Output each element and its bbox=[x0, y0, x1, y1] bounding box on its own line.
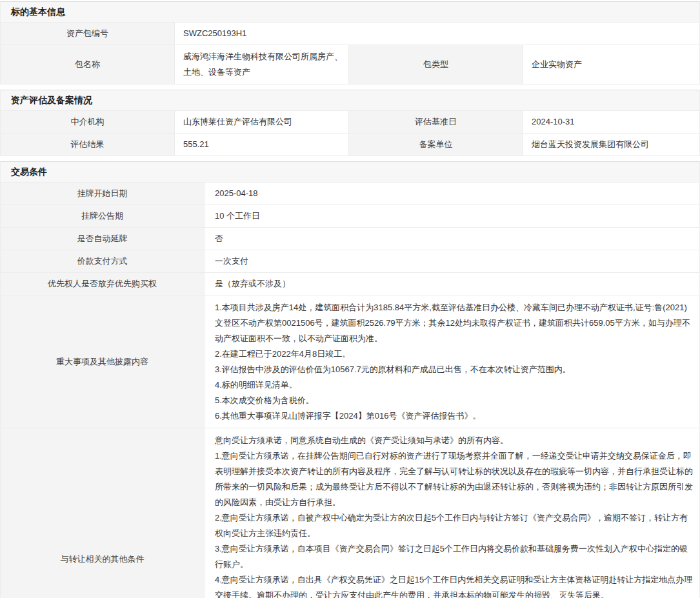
row-package-no: 资产包编号 SWZC250193H1 bbox=[1, 23, 699, 45]
section-appraisal: 资产评估及备案情况 中介机构 山东博莱仕资产评估有限公司 评估基准日 2024-… bbox=[0, 90, 700, 156]
row-payment-method: 价款支付方式 一次支付 bbox=[1, 250, 699, 273]
field-label: 评估基准日 bbox=[349, 111, 523, 133]
section-header-trade-conditions: 交易条件 bbox=[1, 162, 699, 183]
field-value: SWZC250193H1 bbox=[175, 23, 699, 45]
paragraph: 2.意向受让方须承诺，自被产权中心确定为受让方的次日起5个工作日内与转让方签订《… bbox=[215, 510, 693, 541]
field-label: 中介机构 bbox=[1, 111, 175, 133]
field-value: 2025-04-18 bbox=[205, 183, 699, 204]
field-label: 备案单位 bbox=[349, 134, 523, 155]
field-value: 555.21 bbox=[175, 134, 349, 155]
section-header-appraisal: 资产评估及备案情况 bbox=[1, 90, 699, 111]
row-other-conditions: 与转让相关的其他条件 意向受让方须承诺，同意系统自动生成的《资产受让须知与承诺》… bbox=[1, 428, 699, 598]
row-start-date: 挂牌开始日期 2025-04-18 bbox=[1, 183, 699, 205]
field-label: 挂牌公告期 bbox=[1, 205, 205, 227]
field-value: 烟台蓝天投资发展集团有限公司 bbox=[523, 134, 699, 155]
section-title: 标的基本信息 bbox=[11, 6, 65, 18]
section-basic-info: 标的基本信息 资产包编号 SWZC250193H1 包名称 威海鸿沣海洋生物科技… bbox=[0, 1, 700, 85]
field-label: 优先权人是否放弃优先购买权 bbox=[1, 273, 205, 295]
field-label: 重大事项及其他披露内容 bbox=[1, 295, 205, 428]
row-agency-basedate: 中介机构 山东博莱仕资产评估有限公司 评估基准日 2024-10-31 bbox=[1, 111, 699, 134]
paragraph: 4.标的明细详见清单。 bbox=[215, 377, 693, 393]
other-conditions-content: 意向受让方须承诺，同意系统自动生成的《资产受让须知与承诺》的所有内容。1.意向受… bbox=[205, 428, 699, 598]
asset-listing-page: 标的基本信息 资产包编号 SWZC250193H1 包名称 威海鸿沣海洋生物科技… bbox=[0, 0, 700, 598]
paragraph: 1.本项目共涉及房产14处，建筑面积合计为3185.84平方米,截至评估基准日办… bbox=[215, 300, 693, 346]
paragraph: 1.意向受让方须承诺，在挂牌公告期间已自行对标的资产进行了现场考察并全面了解，一… bbox=[215, 448, 693, 510]
field-value: 威海鸿沣海洋生物科技有限公司所属房产、土地、设备等资产 bbox=[175, 45, 349, 84]
paragraph: 3.意向受让方须承诺，自本项目《资产交易合同》签订之日起5个工作日内将交易价款和… bbox=[215, 541, 693, 572]
field-label: 包类型 bbox=[349, 45, 523, 84]
row-preemptive-waiver: 优先权人是否放弃优先购买权 是（放弃或不涉及） bbox=[1, 273, 699, 295]
paragraph: 4.意向受让方须承诺，自出具《产权交易凭证》之日起15个工作日内凭相关交易证明和… bbox=[215, 572, 693, 598]
field-label: 资产包编号 bbox=[1, 23, 175, 45]
paragraph: 5.本次成交价格为含税价。 bbox=[215, 393, 693, 408]
section-title: 交易条件 bbox=[11, 166, 47, 178]
section-title: 资产评估及备案情况 bbox=[11, 95, 92, 106]
row-notice-period: 挂牌公告期 10 个工作日 bbox=[1, 205, 699, 228]
field-label: 价款支付方式 bbox=[1, 250, 205, 272]
field-label: 是否自动延牌 bbox=[1, 228, 205, 250]
row-package-name-type: 包名称 威海鸿沣海洋生物科技有限公司所属房产、土地、设备等资产 包类型 企业实物… bbox=[1, 45, 699, 84]
field-value: 一次支付 bbox=[205, 250, 699, 272]
row-result-filingunit: 评估结果 555.21 备案单位 烟台蓝天投资发展集团有限公司 bbox=[1, 134, 699, 155]
field-value: 否 bbox=[205, 228, 699, 250]
field-label: 挂牌开始日期 bbox=[1, 183, 205, 204]
field-value: 山东博莱仕资产评估有限公司 bbox=[175, 111, 349, 133]
row-major-disclosure: 重大事项及其他披露内容 1.本项目共涉及房产14处，建筑面积合计为3185.84… bbox=[1, 295, 699, 428]
row-auto-extend: 是否自动延牌 否 bbox=[1, 228, 699, 250]
field-value: 2024-10-31 bbox=[523, 111, 699, 133]
paragraph: 2.在建工程已于2022年4月8日竣工。 bbox=[215, 346, 693, 362]
field-label: 评估结果 bbox=[1, 134, 175, 155]
paragraph: 3.评估报告中涉及的评估价值为10567.7元的原材料和产成品已出售，不在本次转… bbox=[215, 362, 693, 377]
paragraph: 意向受让方须承诺，同意系统自动生成的《资产受让须知与承诺》的所有内容。 bbox=[215, 433, 693, 448]
section-header-basic-info: 标的基本信息 bbox=[1, 2, 699, 23]
field-label: 与转让相关的其他条件 bbox=[1, 428, 205, 598]
field-label: 包名称 bbox=[1, 45, 175, 84]
paragraph: 6.其他重大事项详见山博评报字【2024】第016号《资产评估报告书》。 bbox=[215, 408, 693, 424]
section-trade-conditions: 交易条件 挂牌开始日期 2025-04-18 挂牌公告期 10 个工作日 是否自… bbox=[0, 161, 700, 598]
field-value: 是（放弃或不涉及） bbox=[205, 273, 699, 295]
disclosure-content: 1.本项目共涉及房产14处，建筑面积合计为3185.84平方米,截至评估基准日办… bbox=[205, 295, 699, 428]
field-value: 企业实物资产 bbox=[523, 45, 699, 84]
field-value: 10 个工作日 bbox=[205, 205, 699, 227]
